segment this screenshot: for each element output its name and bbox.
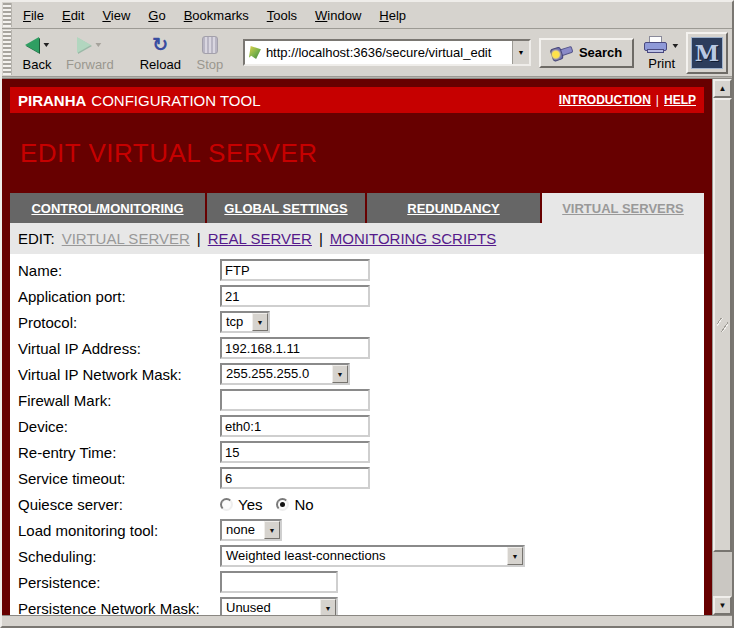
chevron-down-icon[interactable]: ▼ [320,599,336,615]
toolbar-grippy[interactable] [3,30,12,75]
virtual-ip-network-mask-selected-value: 255.255.255.0 [222,365,332,383]
load-monitoring-tool-select[interactable]: none▼ [220,519,282,541]
menu-window[interactable]: Window [306,7,370,24]
search-button[interactable]: Search [539,38,634,68]
tab-bar: CONTROL/MONITORINGGLOBAL SETTINGSREDUNDA… [10,193,704,223]
url-history-dropdown-icon[interactable]: ▼ [512,41,529,64]
print-button[interactable]: ▼ Print [644,34,679,71]
virtual-server-form: Name:Application port:Protocol:tcp▼Virtu… [10,254,704,615]
toolbar-grippy[interactable] [3,3,12,27]
search-icon [549,43,574,62]
subnav-link-monitoring-scripts[interactable]: MONITORING SCRIPTS [330,230,496,247]
window-bottom-edge [2,615,732,624]
virtual-ip-network-mask-select[interactable]: 255.255.255.0▼ [220,363,350,385]
page-viewport: PIRANHA CONFIGURATION TOOL INTRODUCTION|… [2,79,712,615]
subnav-link-real-server[interactable]: REAL SERVER [208,230,312,247]
mozilla-logo-icon: M [691,37,723,69]
scroll-down-icon[interactable]: ▼ [713,596,732,615]
url-bar: ▼ [243,39,531,66]
tab-label: REDUNDANCY [401,201,505,216]
mozilla-logo-button[interactable]: M [686,32,728,74]
device-input[interactable] [220,415,370,437]
form-row-scheduling: Scheduling:Weighted least-connections▼ [10,543,704,569]
reload-button[interactable]: ↻ Reload [134,32,187,74]
form-row-device: Device: [10,413,704,439]
scheduling-selected-value: Weighted least-connections [222,547,507,565]
application-port-label: Application port: [18,288,220,305]
re-entry-time-label: Re-entry Time: [18,444,220,461]
banner-link-help[interactable]: HELP [664,93,696,107]
page-title: EDIT VIRTUAL SERVER [20,138,704,169]
tab-label: GLOBAL SETTINGS [218,201,353,216]
chevron-down-icon[interactable]: ▼ [264,521,280,539]
virtual-ip-address-input[interactable] [220,337,370,359]
persistence-label: Persistence: [18,574,220,591]
tab-label: CONTROL/MONITORING [25,201,189,216]
quiesce-server-label: Quiesce server: [18,496,220,513]
menu-go[interactable]: Go [139,7,174,24]
chevron-down-icon[interactable]: ▼ [252,313,268,331]
chevron-down-icon[interactable]: ▼ [507,547,523,565]
firewall-mark-input[interactable] [220,389,370,411]
protocol-select[interactable]: tcp▼ [220,311,270,333]
stop-icon [202,36,218,54]
quiesce-server-radio-no[interactable] [276,498,289,511]
print-icon [644,36,668,54]
load-monitoring-tool-selected-value: none [222,521,264,539]
url-input[interactable] [266,45,512,60]
application-port-input[interactable] [220,285,370,307]
menu-tools[interactable]: Tools [258,7,306,24]
tab-redundancy[interactable]: REDUNDANCY [367,193,540,223]
scrollbar-thumb[interactable] [713,98,732,552]
menu-help[interactable]: Help [370,7,415,24]
scroll-up-icon[interactable]: ▲ [713,79,732,98]
vertical-scrollbar[interactable]: ▲ ▼ [712,79,732,615]
forward-button[interactable]: ▼ Forward [60,32,120,74]
scheduling-label: Scheduling: [18,548,220,565]
form-row-load-monitoring-tool: Load monitoring tool:none▼ [10,517,704,543]
navigation-toolbar: ▼ Back ▼ Forward ↻ Reload Stop ▼ [2,29,732,77]
subnav-link-virtual-server[interactable]: VIRTUAL SERVER [62,230,190,247]
re-entry-time-input[interactable] [220,441,370,463]
protocol-selected-value: tcp [222,313,252,331]
form-row-quiesce-server: Quiesce server:YesNo [10,491,704,517]
back-dropdown-icon[interactable]: ▼ [41,41,51,48]
brand-suffix: CONFIGURATION TOOL [91,92,260,109]
bookmark-icon[interactable] [249,46,261,59]
name-input[interactable] [220,259,370,281]
form-row-service-timeout: Service timeout: [10,465,704,491]
menu-edit[interactable]: Edit [53,7,93,24]
quiesce-server-radio-yes[interactable] [220,498,233,511]
service-timeout-input[interactable] [220,467,370,489]
form-row-virtual-ip-address: Virtual IP Address: [10,335,704,361]
banner-link-introduction[interactable]: INTRODUCTION [559,93,651,107]
banner-links: INTRODUCTION|HELP [559,93,696,107]
persistence-network-mask-label: Persistence Network Mask: [18,600,220,616]
print-dropdown-icon[interactable]: ▼ [671,42,681,49]
load-monitoring-tool-label: Load monitoring tool: [18,522,220,539]
menu-bookmarks[interactable]: Bookmarks [175,7,258,24]
persistence-network-mask-select[interactable]: Unused▼ [220,597,338,615]
scrollbar-track[interactable] [713,552,732,596]
form-row-name: Name: [10,257,704,283]
back-button[interactable]: ▼ Back [14,32,60,74]
virtual-ip-network-mask-label: Virtual IP Network Mask: [18,366,220,383]
back-label: Back [23,57,52,72]
menu-file[interactable]: File [14,7,53,24]
form-row-persistence-network-mask: Persistence Network Mask:Unused▼ [10,595,704,615]
print-label: Print [648,56,675,71]
stop-label: Stop [197,57,224,72]
forward-dropdown-icon: ▼ [94,41,104,48]
edit-subnav: EDIT: VIRTUAL SERVER|REAL SERVER|MONITOR… [10,223,704,254]
quiesce-server-radio-label-no: No [294,496,313,513]
tab-control-monitoring[interactable]: CONTROL/MONITORING [10,193,205,223]
firewall-mark-label: Firewall Mark: [18,392,220,409]
tab-virtual-servers[interactable]: VIRTUAL SERVERS [542,193,704,223]
stop-button[interactable]: Stop [187,32,233,74]
menu-view[interactable]: View [93,7,139,24]
scheduling-select[interactable]: Weighted least-connections▼ [220,545,525,567]
tab-global-settings[interactable]: GLOBAL SETTINGS [207,193,365,223]
search-label: Search [579,45,622,60]
chevron-down-icon[interactable]: ▼ [332,365,348,383]
persistence-input[interactable] [220,571,338,593]
